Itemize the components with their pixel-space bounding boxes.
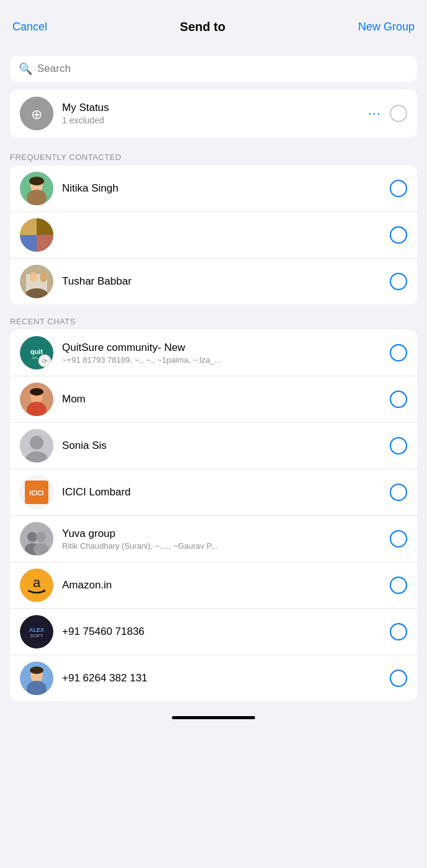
list-item[interactable]: Mom [10,376,417,423]
cancel-button[interactable]: Cancel [12,20,47,33]
contact-info: Nitika Singh [62,182,390,195]
home-indicator [172,716,255,719]
my-status-row[interactable]: ⊕ My Status 1 excluded ··· [10,89,417,138]
contact-name: +91 75460 71836 [62,626,390,638]
select-radio[interactable] [390,530,407,547]
my-status-info: My Status 1 excluded [62,102,368,125]
avatar: quit su... ⟳ [20,336,53,370]
frequently-contacted-card: Nitika Singh [10,166,417,304]
svg-text:SOFT: SOFT [30,633,43,639]
list-item[interactable]: Yuva group Ritik Chaudhary (Surani), ~..… [10,516,417,562]
contact-name: ICICI Lombard [62,486,390,498]
avatar [20,522,53,556]
avatar: ICICI [20,476,53,509]
svg-text:ICICI: ICICI [30,490,44,497]
page-title: Send to [180,20,225,34]
avatar: a [20,569,53,602]
svg-text:⊕: ⊕ [31,107,42,122]
list-item[interactable]: ICICI ICICI Lombard [10,469,417,516]
contact-name: Mom [62,393,390,405]
svg-text:a: a [33,575,41,590]
contact-name: Amazon.in [62,579,390,591]
svg-rect-9 [20,235,37,252]
contact-info: Amazon.in [62,579,390,591]
select-radio[interactable] [390,437,407,454]
svg-point-24 [30,388,43,396]
my-status-name: My Status [62,102,368,114]
avatar [20,265,53,298]
contact-sub: ~+91 81793 78189, ~., ~., ~1palma, ~:lza… [62,355,323,365]
select-radio[interactable] [390,577,407,594]
select-radio[interactable] [390,391,407,408]
svg-text:ALEX: ALEX [29,627,44,633]
select-radio[interactable] [390,484,407,501]
frequently-contacted-label: FREQUENTLY CONTACTED [0,146,427,166]
contact-name: Nitika Singh [62,182,390,195]
my-status-avatar: ⊕ [20,97,53,130]
select-radio[interactable] [390,226,407,244]
svg-point-33 [36,532,46,542]
contact-info: Yuva group Ritik Chaudhary (Surani), ~..… [62,528,390,551]
header: Cancel Send to New Group [0,0,427,51]
svg-rect-10 [37,235,53,252]
svg-point-45 [30,666,43,674]
contact-name: +91 6264 382 131 [62,672,390,684]
contact-info: +91 75460 71836 [62,626,390,638]
contact-name: Yuva group [62,528,390,540]
avatar [20,383,53,416]
list-item[interactable]: a Amazon.in [10,562,417,609]
svg-point-13 [30,272,37,282]
select-radio[interactable] [390,623,407,640]
list-item[interactable]: Sonia Sis [10,423,417,469]
contact-info: ICICI Lombard [62,486,390,498]
search-input[interactable] [37,63,408,75]
new-group-button[interactable]: New Group [358,20,415,33]
recent-chats-label: RECENT CHATS [0,311,427,330]
select-radio[interactable] [390,344,407,361]
avatar [20,218,53,252]
contact-info: +91 6264 382 131 [62,672,390,684]
contact-name: Tushar Babbar [62,275,390,288]
avatar [20,172,53,205]
select-radio-my-status[interactable] [390,105,407,122]
svg-point-32 [27,532,37,542]
contact-info: Tushar Babbar [62,275,390,288]
search-icon: 🔍 [19,62,32,76]
contact-info: QuitSure community- New ~+91 81793 78189… [62,342,390,365]
svg-rect-7 [20,218,37,235]
contact-info: Sonia Sis [62,440,390,452]
search-bar: 🔍 [10,56,417,82]
svg-text:⟳: ⟳ [42,358,48,365]
list-item[interactable]: +91 6264 382 131 [10,655,417,701]
list-item[interactable]: ALEX SOFT +91 75460 71836 [10,609,417,655]
svg-point-35 [34,543,48,556]
contact-name: QuitSure community- New [62,342,390,354]
svg-point-5 [29,177,44,185]
avatar [20,662,53,695]
contact-name: Sonia Sis [62,440,390,452]
svg-point-26 [30,436,43,450]
search-container: 🔍 [0,51,427,89]
list-item[interactable]: Nitika Singh [10,166,417,212]
contact-sub: Ritik Chaudhary (Surani), ~...., ~Gaurav… [62,541,323,551]
my-status-sub: 1 excluded [62,115,368,125]
list-item[interactable]: quit su... ⟳ QuitSure community- New ~+9… [10,330,417,376]
select-radio[interactable] [390,273,407,290]
more-options-icon[interactable]: ··· [368,105,381,122]
contact-info: Mom [62,393,390,405]
select-radio[interactable] [390,670,407,687]
avatar [20,429,53,463]
select-radio[interactable] [390,180,407,197]
svg-rect-8 [37,218,53,235]
avatar: ALEX SOFT [20,615,53,649]
svg-point-14 [40,272,47,282]
recent-chats-card: quit su... ⟳ QuitSure community- New ~+9… [10,330,417,701]
list-item[interactable] [10,212,417,259]
list-item[interactable]: Tushar Babbar [10,259,417,304]
svg-point-4 [27,190,47,205]
